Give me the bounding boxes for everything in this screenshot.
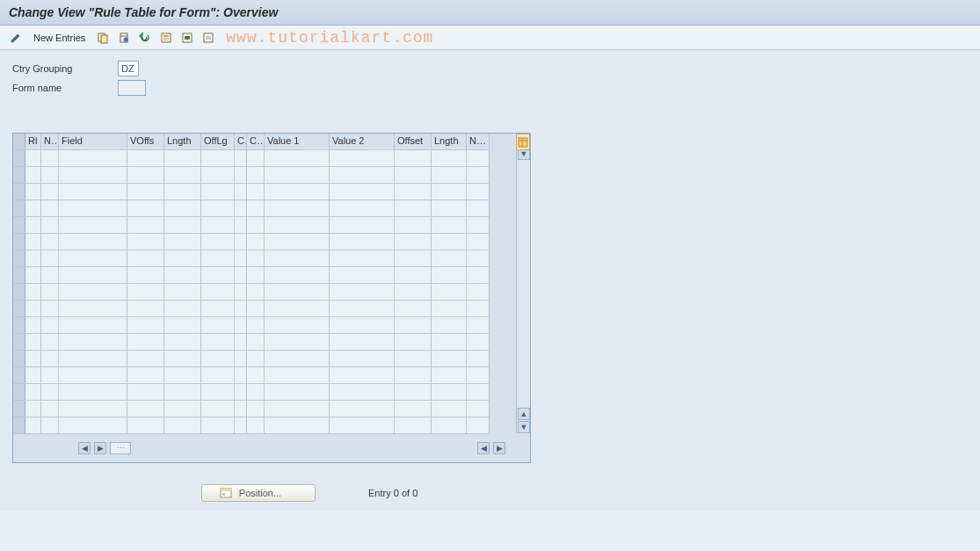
cell[interactable] (235, 367, 247, 384)
cell[interactable] (127, 267, 164, 284)
cell[interactable] (235, 167, 247, 184)
cell[interactable] (247, 417, 265, 434)
cell[interactable] (467, 200, 490, 217)
cell[interactable] (41, 334, 59, 351)
cell[interactable] (265, 234, 330, 250)
cell[interactable] (59, 351, 127, 367)
cell[interactable] (467, 351, 490, 367)
cell[interactable] (25, 217, 41, 234)
cell[interactable] (432, 367, 467, 384)
cell[interactable] (164, 317, 201, 334)
cell[interactable] (265, 334, 330, 351)
cell[interactable] (41, 301, 59, 317)
cell[interactable] (201, 334, 235, 351)
undo-change-icon[interactable] (136, 30, 154, 46)
cell[interactable] (395, 150, 432, 167)
select-all-icon[interactable] (157, 30, 175, 46)
cell[interactable] (127, 217, 164, 234)
cell[interactable] (432, 401, 467, 417)
cell[interactable] (432, 334, 467, 351)
cell[interactable] (235, 184, 247, 200)
cell[interactable] (330, 401, 395, 417)
cell[interactable] (41, 284, 59, 301)
cell[interactable] (41, 417, 59, 434)
cell[interactable] (265, 317, 330, 334)
cell[interactable] (235, 351, 247, 367)
cell[interactable] (25, 301, 41, 317)
cell[interactable] (41, 250, 59, 267)
cell[interactable] (25, 417, 41, 434)
cell[interactable] (265, 200, 330, 217)
cell[interactable] (395, 267, 432, 284)
cell[interactable] (395, 167, 432, 184)
row-selector[interactable] (13, 150, 25, 167)
col-header-voffs[interactable]: VOffs (127, 134, 164, 150)
cell[interactable] (265, 184, 330, 200)
cell[interactable] (235, 284, 247, 301)
cell[interactable] (467, 401, 490, 417)
select-all-rows[interactable] (13, 134, 25, 150)
cell[interactable] (467, 301, 490, 317)
cell[interactable] (395, 401, 432, 417)
cell[interactable] (330, 284, 395, 301)
cell[interactable] (59, 217, 127, 234)
cell[interactable] (164, 167, 201, 184)
cell[interactable] (247, 384, 265, 401)
cell[interactable] (247, 234, 265, 250)
cell[interactable] (235, 250, 247, 267)
cell[interactable] (395, 217, 432, 234)
cell[interactable] (247, 167, 265, 184)
cell[interactable] (25, 234, 41, 250)
cell[interactable] (201, 150, 235, 167)
cell[interactable] (25, 367, 41, 384)
cell[interactable] (330, 234, 395, 250)
cell[interactable] (432, 351, 467, 367)
cell[interactable] (164, 401, 201, 417)
cell[interactable] (127, 384, 164, 401)
cell[interactable] (127, 351, 164, 367)
cell[interactable] (164, 351, 201, 367)
cell[interactable] (395, 250, 432, 267)
row-selector[interactable] (13, 250, 25, 267)
cell[interactable] (467, 267, 490, 284)
cell[interactable] (330, 250, 395, 267)
cell[interactable] (467, 217, 490, 234)
cell[interactable] (265, 301, 330, 317)
cell[interactable] (235, 150, 247, 167)
cell[interactable] (235, 417, 247, 434)
cell[interactable] (127, 200, 164, 217)
col-header-value1[interactable]: Value 1 (265, 134, 330, 150)
row-selector[interactable] (13, 284, 25, 301)
cell[interactable] (432, 234, 467, 250)
cell[interactable] (247, 150, 265, 167)
cell[interactable] (330, 267, 395, 284)
cell[interactable] (330, 351, 395, 367)
cell[interactable] (201, 184, 235, 200)
cell[interactable] (41, 167, 59, 184)
cell[interactable] (247, 351, 265, 367)
cell[interactable] (330, 184, 395, 200)
cell[interactable] (41, 401, 59, 417)
cell[interactable] (59, 317, 127, 334)
cell[interactable] (59, 367, 127, 384)
cell[interactable] (164, 267, 201, 284)
cell[interactable] (201, 367, 235, 384)
table-settings-icon[interactable] (516, 134, 530, 150)
cell[interactable] (395, 334, 432, 351)
cell[interactable] (467, 150, 490, 167)
cell[interactable] (432, 417, 467, 434)
cell[interactable] (164, 301, 201, 317)
cell[interactable] (25, 200, 41, 217)
cell[interactable] (432, 317, 467, 334)
cell[interactable] (164, 184, 201, 200)
cell[interactable] (127, 417, 164, 434)
cell[interactable] (201, 217, 235, 234)
cell[interactable] (59, 250, 127, 267)
cell[interactable] (41, 384, 59, 401)
cell[interactable] (247, 367, 265, 384)
col-header-field[interactable]: Field (59, 134, 127, 150)
row-selector[interactable] (13, 401, 25, 417)
cell[interactable] (201, 167, 235, 184)
cell[interactable] (201, 384, 235, 401)
cell[interactable] (265, 401, 330, 417)
